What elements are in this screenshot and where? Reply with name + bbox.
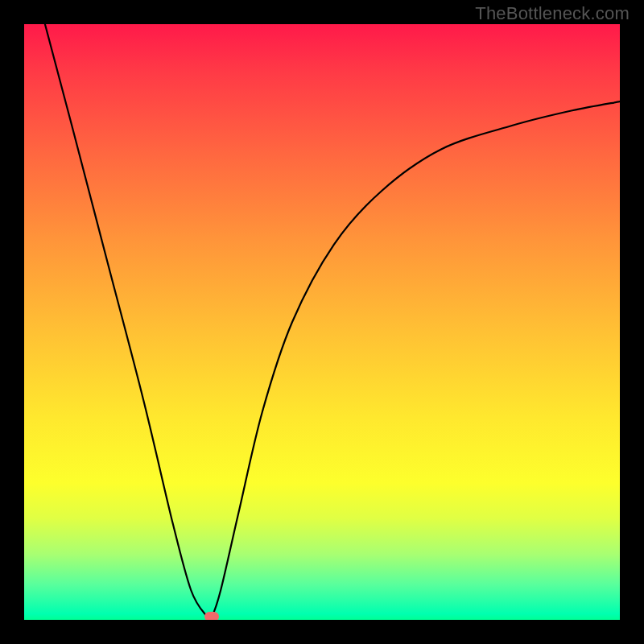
bottleneck-curve (24, 24, 620, 620)
curve-path (45, 24, 620, 619)
min-point-marker (204, 612, 219, 620)
chart-frame: TheBottleneck.com (0, 0, 644, 644)
watermark-text: TheBottleneck.com (475, 3, 630, 24)
plot-area (24, 24, 620, 620)
